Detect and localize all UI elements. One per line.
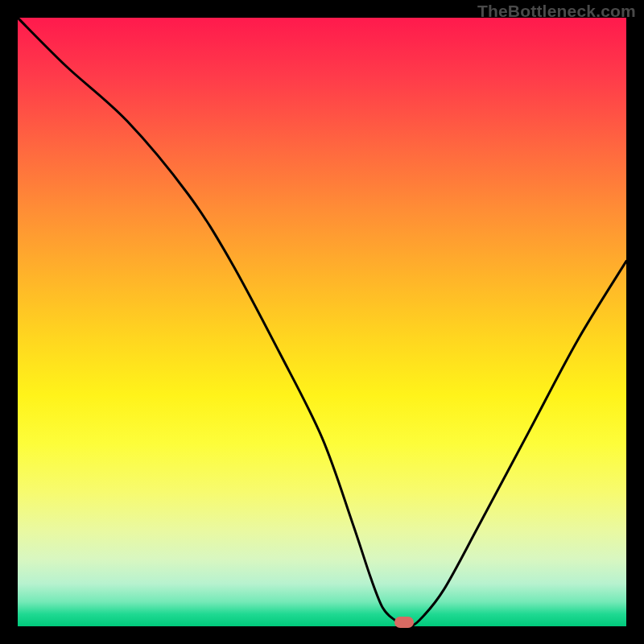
chart-frame: TheBottleneck.com [0,0,644,644]
curve-path [18,18,626,626]
optimum-marker [394,617,414,628]
bottleneck-curve [18,18,626,626]
watermark-text: TheBottleneck.com [477,2,636,21]
plot-area [18,18,626,626]
